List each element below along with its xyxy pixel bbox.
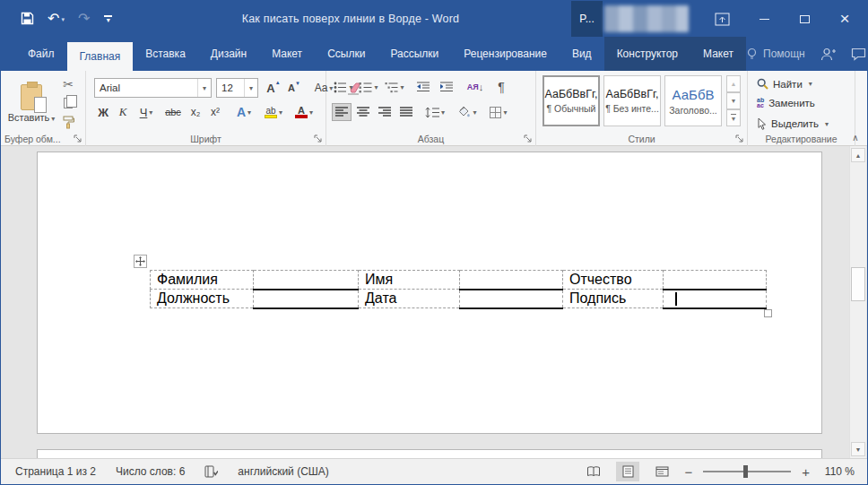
- font-color-button[interactable]: А: [291, 103, 317, 121]
- show-marks-button[interactable]: ¶: [491, 78, 511, 96]
- bold-button[interactable]: Ж: [95, 103, 111, 121]
- justify-button[interactable]: [396, 103, 416, 121]
- cell-label[interactable]: Дата: [359, 290, 460, 308]
- table-resize-handle[interactable]: [764, 309, 772, 317]
- text-effects-button[interactable]: А: [231, 103, 256, 121]
- collapse-ribbon-button[interactable]: [848, 131, 863, 143]
- underline-button[interactable]: Ч: [135, 103, 158, 121]
- copy-button[interactable]: [58, 95, 78, 111]
- styles-scroll-up[interactable]: ▲: [726, 75, 741, 92]
- tab-references[interactable]: Ссылки: [315, 37, 378, 71]
- zoom-level[interactable]: 110 %: [820, 465, 855, 478]
- ribbon-display-options-icon[interactable]: [708, 1, 735, 37]
- clipboard-dialog-launcher[interactable]: [74, 134, 82, 143]
- cell-label[interactable]: Подпись: [563, 290, 664, 308]
- tab-table-layout[interactable]: Макет: [690, 37, 746, 71]
- cell-blank-line[interactable]: [664, 290, 767, 308]
- page-2[interactable]: [37, 449, 822, 458]
- line-spacing-button[interactable]: [421, 103, 448, 121]
- increase-indent-button[interactable]: [436, 78, 457, 96]
- share-person-icon[interactable]: [820, 48, 836, 61]
- tab-layout[interactable]: Макет: [259, 37, 315, 71]
- style-heading1[interactable]: АаБбВ Заголово...: [664, 75, 722, 126]
- grow-font-button[interactable]: A▲: [264, 78, 283, 98]
- replace-button[interactable]: Заменить: [757, 98, 815, 108]
- tab-home[interactable]: Главная: [67, 42, 134, 71]
- numbering-button[interactable]: [357, 78, 380, 96]
- table-move-handle[interactable]: [134, 255, 147, 268]
- tell-me-control[interactable]: Помощн: [746, 48, 805, 61]
- vertical-scrollbar[interactable]: ▲ ▼: [849, 146, 866, 458]
- minimize-button[interactable]: [751, 1, 777, 37]
- style-normal[interactable]: АаБбВвГг, ¶ Обычный: [542, 75, 600, 126]
- sort-button[interactable]: АЯ↓: [463, 78, 488, 96]
- shading-button[interactable]: [454, 103, 481, 121]
- web-layout-button[interactable]: [650, 462, 673, 481]
- comments-icon[interactable]: [851, 48, 866, 61]
- maximize-button[interactable]: [791, 1, 818, 37]
- cell-label[interactable]: Имя: [359, 271, 460, 290]
- cell-blank-line[interactable]: [460, 290, 563, 308]
- cell-blank-line[interactable]: [460, 271, 563, 290]
- font-name-combo[interactable]: Arial: [94, 78, 212, 98]
- page-indicator[interactable]: Страница 1 из 2: [15, 465, 96, 478]
- subscript-button[interactable]: x₂: [187, 103, 204, 121]
- paste-button[interactable]: Вставить: [8, 75, 55, 132]
- shrink-font-button[interactable]: A▼: [285, 78, 303, 98]
- select-button[interactable]: Выделить: [757, 117, 829, 130]
- find-button[interactable]: Найти: [757, 78, 812, 90]
- align-right-button[interactable]: [375, 103, 395, 121]
- align-center-button[interactable]: [353, 103, 373, 121]
- zoom-slider-thumb[interactable]: [743, 465, 748, 478]
- language-indicator[interactable]: английский (США): [238, 465, 328, 478]
- close-button[interactable]: [831, 1, 858, 37]
- scrollbar-thumb[interactable]: [851, 267, 865, 301]
- cell-label[interactable]: Отчество: [563, 271, 664, 290]
- highlight-color-button[interactable]: ab: [260, 103, 287, 121]
- italic-button[interactable]: К: [115, 103, 131, 121]
- paragraph-dialog-launcher[interactable]: [524, 134, 533, 143]
- cell-label[interactable]: Должность: [151, 290, 254, 308]
- tab-view[interactable]: Вид: [560, 37, 604, 71]
- styles-scroll-down[interactable]: ▼: [726, 92, 741, 109]
- tab-file[interactable]: Файл: [15, 37, 67, 71]
- cell-blank-line[interactable]: [254, 271, 359, 290]
- borders-button[interactable]: [486, 103, 511, 121]
- cell-label[interactable]: Фамилия: [151, 271, 254, 290]
- superscript-button[interactable]: x²: [206, 103, 224, 121]
- scroll-down-button[interactable]: ▼: [851, 442, 865, 456]
- format-painter-button[interactable]: [58, 114, 78, 130]
- styles-gallery-more[interactable]: ▼: [726, 109, 741, 126]
- style-no-spacing[interactable]: АаБбВвГг, ¶ Без инте...: [603, 75, 661, 126]
- zoom-out-button[interactable]: −: [684, 465, 692, 479]
- scroll-up-button[interactable]: ▲: [851, 148, 865, 162]
- align-right-icon: [378, 107, 391, 117]
- styles-dialog-launcher[interactable]: [735, 134, 744, 143]
- page-1[interactable]: Фамилия Имя Отчество Должность Дата Подп…: [37, 152, 822, 434]
- read-mode-button[interactable]: [582, 462, 605, 481]
- account-badge[interactable]: P...: [571, 1, 603, 37]
- tab-table-design[interactable]: Конструктор: [604, 37, 690, 71]
- cut-button[interactable]: [58, 76, 78, 92]
- strikethrough-button[interactable]: abc: [161, 103, 185, 121]
- proofing-icon[interactable]: [204, 465, 218, 478]
- tab-review[interactable]: Рецензирование: [451, 37, 560, 71]
- tab-insert[interactable]: Вставка: [133, 37, 198, 71]
- tab-design[interactable]: Дизайн: [198, 37, 259, 71]
- multilevel-list-button[interactable]: [382, 78, 407, 96]
- cell-blank-line[interactable]: [254, 290, 359, 308]
- title-bar: Как писать поверх линии в Ворде - Word P…: [1, 1, 867, 37]
- font-size-combo[interactable]: 12: [216, 78, 258, 98]
- decrease-indent-button[interactable]: [412, 78, 434, 96]
- zoom-in-button[interactable]: +: [802, 465, 810, 479]
- cell-blank-line[interactable]: [664, 271, 767, 290]
- tab-mailings[interactable]: Рассылки: [378, 37, 451, 71]
- print-layout-button[interactable]: [616, 462, 639, 481]
- align-left-button[interactable]: [332, 103, 352, 121]
- tell-me-label: Помощн: [763, 48, 805, 60]
- bullets-button[interactable]: [332, 78, 355, 96]
- scissors-icon: [63, 77, 74, 91]
- font-dialog-launcher[interactable]: [314, 134, 323, 143]
- zoom-slider[interactable]: [703, 471, 791, 472]
- word-count[interactable]: Число слов: 6: [116, 465, 185, 478]
